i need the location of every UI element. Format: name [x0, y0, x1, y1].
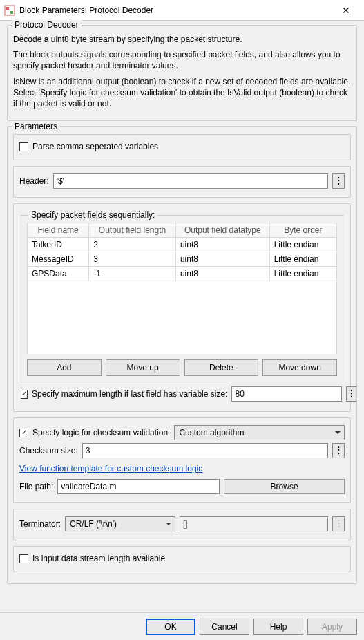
header-label: Header:: [19, 176, 49, 186]
maxlen-more-button[interactable]: ⋮: [346, 386, 356, 402]
table-row[interactable]: TalkerID 2 uint8 Little endian: [28, 238, 337, 252]
maxlen-label: Specify maximum length if last field has…: [32, 389, 227, 399]
browse-button[interactable]: Browse: [224, 479, 345, 494]
terminator-select[interactable]: CR/LF ('\r\n'): [65, 516, 175, 531]
table-row[interactable]: GPSData -1 uint8 Little endian: [28, 267, 337, 281]
checksum-size-label: Checksum size:: [19, 446, 78, 455]
filepath-label: File path:: [19, 482, 53, 491]
col-field-name: Field name: [28, 223, 89, 238]
description-legend: Protocol Decoder: [12, 20, 82, 30]
apply-button: Apply: [307, 619, 357, 635]
stream-label: Is input data stream length available: [32, 554, 165, 563]
cancel-button[interactable]: Cancel: [200, 619, 249, 635]
col-output-length: Output field length: [89, 223, 176, 238]
fields-legend: Specify packet fields sequentially:: [28, 210, 157, 220]
header-group: Header: ⋮: [13, 166, 351, 198]
csv-group: Parse comma seperated variables: [13, 134, 351, 160]
description-p3: IsNew is an additional output (boolean) …: [13, 76, 351, 110]
checksum-size-input[interactable]: [82, 443, 328, 458]
terminator-more-button: ⋮: [332, 516, 345, 531]
filepath-input[interactable]: [57, 479, 220, 494]
csv-label: Parse comma seperated variables: [32, 142, 158, 151]
svg-rect-2: [10, 11, 13, 14]
svg-rect-1: [6, 7, 9, 10]
header-input[interactable]: [53, 173, 328, 189]
dialog-button-bar: OK Cancel Help Apply: [0, 612, 364, 640]
parameters-panel: Parameters Parse comma seperated variabl…: [7, 126, 357, 584]
move-down-button[interactable]: Move down: [262, 359, 337, 376]
close-icon[interactable]: ✕: [332, 5, 360, 16]
header-more-button[interactable]: ⋮: [332, 173, 345, 189]
checksum-label: Specify logic for checksum validation:: [32, 428, 170, 437]
terminator-extra-input: [180, 516, 328, 531]
checksum-template-link[interactable]: View function template for custom checks…: [19, 464, 202, 473]
parameters-legend: Parameters: [12, 122, 60, 131]
col-output-datatype: Output field datatype: [175, 223, 269, 238]
description-panel: Protocol Decoder Decode a uint8 byte str…: [7, 25, 357, 121]
checksum-algo-select[interactable]: Custom algorithm: [174, 425, 345, 440]
maxlen-input[interactable]: [231, 386, 342, 402]
delete-button[interactable]: Delete: [184, 359, 259, 376]
description-p1: Decode a uint8 byte stream by specifying…: [13, 34, 351, 45]
table-empty-area: [27, 281, 337, 354]
window-title: Block Parameters: Protocol Decoder: [19, 6, 332, 15]
csv-checkbox[interactable]: [19, 142, 28, 151]
terminator-group: Terminator: CR/LF ('\r\n') ⋮: [13, 509, 351, 540]
help-button[interactable]: Help: [253, 619, 303, 635]
ok-button[interactable]: OK: [146, 619, 195, 635]
add-button[interactable]: Add: [27, 359, 102, 376]
table-row[interactable]: MessageID 3 uint8 Little endian: [28, 252, 337, 267]
terminator-label: Terminator:: [19, 519, 61, 529]
fields-group: Specify packet fields sequentially: Fiel…: [13, 203, 351, 412]
stream-checkbox[interactable]: [19, 554, 28, 563]
titlebar: Block Parameters: Protocol Decoder ✕: [0, 0, 364, 21]
col-byte-order: Byte order: [269, 223, 336, 238]
checksum-size-more-button[interactable]: ⋮: [332, 443, 345, 458]
app-icon: [4, 5, 15, 16]
move-up-button[interactable]: Move up: [106, 359, 180, 376]
stream-group: Is input data stream length available: [13, 546, 351, 572]
maxlen-checkbox[interactable]: ✓: [21, 390, 28, 399]
fields-inner: Specify packet fields sequentially: Fiel…: [21, 215, 343, 382]
fields-table[interactable]: Field name Output field length Output fi…: [27, 223, 337, 281]
checksum-group: ✓ Specify logic for checksum validation:…: [13, 417, 351, 503]
checksum-checkbox[interactable]: ✓: [19, 429, 28, 437]
description-p2: The block outputs signals corresponding …: [13, 49, 351, 71]
